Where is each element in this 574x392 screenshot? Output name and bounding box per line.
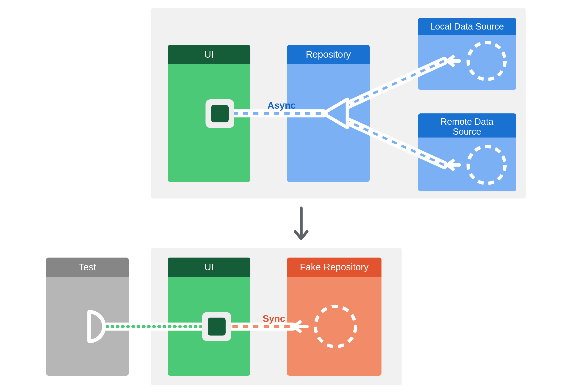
svg-rect-25: [168, 272, 250, 277]
test-port-icon: [89, 312, 104, 341]
top-local-source-box: Local Data Source: [418, 18, 516, 90]
async-label: Async: [267, 100, 296, 111]
bottom-ui-label: UI: [204, 262, 214, 272]
svg-rect-18: [211, 105, 229, 123]
bottom-test-label: Test: [79, 262, 96, 272]
svg-rect-2: [168, 59, 250, 64]
down-arrow-icon: [295, 208, 307, 239]
architecture-diagram: UI Repository Local Data Source Remote D…: [0, 0, 574, 392]
top-remote-source-label-2: Source: [453, 127, 481, 137]
top-remote-source-box: Remote Data Source: [418, 113, 516, 191]
ui-port-icon: [205, 99, 234, 128]
bottom-fake-repo-label: Fake Repository: [300, 262, 369, 272]
svg-rect-28: [287, 272, 382, 277]
top-remote-source-label-1: Remote Data: [441, 117, 494, 127]
bottom-fake-repo-box: Fake Repository: [287, 258, 382, 376]
ui-port-icon: [202, 312, 231, 341]
svg-rect-35: [208, 318, 226, 335]
sync-label: Sync: [263, 313, 285, 324]
top-ui-label: UI: [204, 49, 214, 60]
svg-rect-5: [287, 59, 370, 64]
top-repository-label: Repository: [306, 49, 351, 60]
svg-rect-22: [46, 272, 129, 277]
top-local-source-label: Local Data Source: [430, 21, 504, 31]
